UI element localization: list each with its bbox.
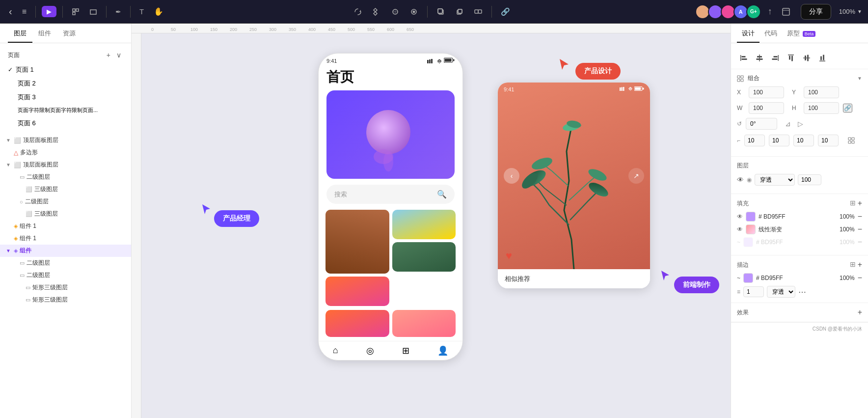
phone-time-1: 9:41 <box>326 58 337 64</box>
frame-tool-button[interactable] <box>69 6 82 18</box>
right-tab-prototype[interactable]: 原型 Beta <box>782 25 820 43</box>
page-item-3[interactable]: 页面 3 <box>0 90 131 104</box>
align-center-h-button[interactable] <box>753 51 766 65</box>
corner-tl-input[interactable] <box>744 135 765 146</box>
blend-mode-select[interactable]: 穿透 正常 正片叠底 <box>755 174 795 186</box>
layer-item-8[interactable]: ◈ 组件 1 <box>0 232 131 245</box>
right-tab-design[interactable]: 设计 <box>737 25 760 43</box>
y-input[interactable] <box>804 86 839 98</box>
layer-item-7[interactable]: ◈ 组件 1 <box>0 220 131 232</box>
window-button[interactable] <box>779 6 793 18</box>
sync-button[interactable] <box>351 5 365 18</box>
layer-item-5[interactable]: ○ 二级图层 <box>0 195 131 208</box>
mask-button[interactable] <box>388 5 403 18</box>
rotate-input[interactable] <box>746 118 777 130</box>
layer-item-4[interactable]: ⬜ 三级图层 <box>0 183 131 195</box>
tab-assets[interactable]: 资源 <box>57 25 81 43</box>
copy2-button[interactable] <box>452 5 467 18</box>
fill-swatch-2[interactable] <box>746 224 756 234</box>
page-item-1[interactable]: ✓ 页面 1 <box>0 63 131 77</box>
add-fill-button[interactable]: + <box>858 199 862 208</box>
align-right-button[interactable] <box>768 51 782 65</box>
add-page-button[interactable]: + <box>105 50 112 60</box>
corner-bl-input[interactable] <box>793 135 814 146</box>
canvas-area[interactable]: 0 50 100 150 200 250 300 350 400 450 500… <box>132 24 731 418</box>
h-label: H <box>792 105 800 111</box>
tab-components[interactable]: 组件 <box>32 25 57 43</box>
rect-tool-button[interactable] <box>86 6 100 18</box>
x-input[interactable] <box>749 86 784 98</box>
remove-fill-1-button[interactable]: − <box>858 212 862 221</box>
svg-rect-46 <box>774 56 778 57</box>
component-button[interactable] <box>369 5 384 18</box>
corner-br-input[interactable] <box>818 135 839 146</box>
add-effect-button[interactable]: + <box>858 308 862 317</box>
eye-icon2[interactable]: ◉ <box>747 176 752 183</box>
layer-item-12[interactable]: ▭ 矩形三级图层 <box>0 281 131 294</box>
heart-button[interactable]: ♥ <box>506 250 512 262</box>
svg-rect-59 <box>737 79 740 82</box>
page-item-4[interactable]: 页面字符限制页面字符限制页面... <box>0 104 131 116</box>
link-button[interactable]: 🔗 <box>498 5 513 18</box>
fill-eye-2[interactable]: 👁 <box>737 226 743 233</box>
component-icon-7: ◈ <box>14 223 18 229</box>
align-top-button[interactable] <box>784 51 798 65</box>
fill-swatch-3[interactable] <box>743 237 753 247</box>
fill-tool-button[interactable] <box>407 5 421 18</box>
page-item-2[interactable]: 页面 2 <box>0 77 131 90</box>
h-input[interactable] <box>804 102 839 114</box>
eye-icon[interactable]: 👁 <box>737 176 744 184</box>
text-tool-button[interactable]: T <box>136 5 147 18</box>
right-tab-code[interactable]: 代码 <box>760 25 782 43</box>
stroke-more-button[interactable]: ⋯ <box>798 287 806 297</box>
w-input[interactable] <box>749 102 784 114</box>
tab-layers[interactable]: 图层 <box>8 25 32 43</box>
layer-item-11[interactable]: ▭ 二级图层 <box>0 269 131 281</box>
stroke-eye-1[interactable]: ~ <box>737 275 740 281</box>
search-icon-1: 🔍 <box>437 190 447 199</box>
layer-item-0[interactable]: ▼ ⬜ 顶层面板图层 <box>0 134 131 146</box>
layer-item-10[interactable]: ▭ 二级图层 <box>0 257 131 269</box>
stroke-blend-select[interactable]: 穿透 <box>767 286 795 298</box>
lock-ratio-button[interactable]: 🔗 <box>843 104 852 112</box>
fill-swatch-1[interactable] <box>746 212 756 222</box>
add-stroke-button[interactable]: + <box>858 260 862 269</box>
upload-button[interactable]: ↑ <box>765 4 775 19</box>
layer-label-3: 二级图层 <box>27 173 50 181</box>
align-bottom-button[interactable] <box>815 51 829 65</box>
share-button[interactable]: 分享 <box>801 4 831 20</box>
layer-item-9[interactable]: ▼ ◈ 组件 <box>0 245 131 257</box>
fill-eye-3[interactable]: ~ <box>737 239 740 246</box>
align-center-v-button[interactable] <box>800 51 814 65</box>
menu-button[interactable]: ≡ <box>19 5 29 18</box>
fill-eye-1[interactable]: 👁 <box>737 213 743 220</box>
back-button[interactable]: ‹ <box>6 4 15 19</box>
copy-button[interactable] <box>434 5 448 18</box>
svg-rect-47 <box>772 58 778 60</box>
move-tool-button[interactable]: ▶ <box>42 6 56 17</box>
remove-fill-3-button[interactable]: − <box>858 238 862 247</box>
layer-item-2[interactable]: ▼ ⬜ 顶层面板图层 <box>0 159 131 171</box>
layer-label-2: 顶层面板图层 <box>23 161 58 169</box>
layer-item-3[interactable]: ▭ 二级图层 <box>0 171 131 183</box>
corner-tr-input[interactable] <box>769 135 789 146</box>
corner-mode-button[interactable] <box>844 134 858 147</box>
phone-search-1[interactable]: 搜索 🔍 <box>326 185 455 204</box>
remove-stroke-1-button[interactable]: − <box>858 274 862 282</box>
layer-item-6[interactable]: ⬜ 三级图层 <box>0 208 131 220</box>
pen-tool-button[interactable]: ✒ <box>112 6 124 18</box>
page-item-5[interactable]: 页面 6 <box>0 116 131 130</box>
align-left-button[interactable] <box>737 51 751 65</box>
stroke-width-input[interactable] <box>743 286 764 297</box>
effects-section: 效果 + <box>731 303 868 322</box>
layer-item-13[interactable]: ▭ 矩形三级图层 <box>0 294 131 306</box>
grid-item-5 <box>326 310 389 337</box>
stroke-swatch-1[interactable] <box>743 273 753 283</box>
pages-dropdown-button[interactable]: ∨ <box>114 50 123 60</box>
copy3-button[interactable] <box>471 5 486 18</box>
strokes-label: 描边 <box>737 261 749 269</box>
remove-fill-2-button[interactable]: − <box>858 225 862 234</box>
opacity-input[interactable] <box>798 174 821 185</box>
layer-item-1[interactable]: △ 多边形 <box>0 146 131 159</box>
hand-tool-button[interactable]: ✋ <box>151 5 166 18</box>
